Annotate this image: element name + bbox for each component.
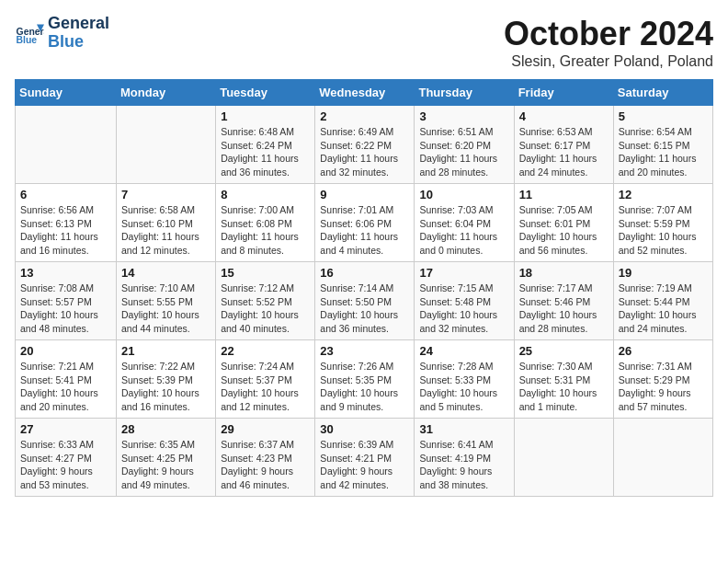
day-info: Sunrise: 7:15 AM Sunset: 5:48 PM Dayligh… (419, 282, 508, 336)
day-info: Sunrise: 7:05 AM Sunset: 6:01 PM Dayligh… (519, 203, 609, 258)
day-info: Sunrise: 7:31 AM Sunset: 5:29 PM Dayligh… (619, 360, 708, 414)
day-number: 31 (419, 422, 508, 436)
calendar-cell: 20Sunrise: 7:21 AM Sunset: 5:41 PM Dayli… (16, 340, 117, 419)
day-info: Sunrise: 6:33 AM Sunset: 4:27 PM Dayligh… (20, 438, 111, 492)
calendar-cell: 7Sunrise: 6:58 AM Sunset: 6:10 PM Daylig… (117, 184, 216, 262)
calendar-cell: 5Sunrise: 6:54 AM Sunset: 6:15 PM Daylig… (613, 106, 712, 184)
day-number: 24 (419, 344, 508, 358)
title-block: October 2024 Slesin, Greater Poland, Pol… (504, 15, 713, 70)
day-number: 21 (121, 344, 210, 358)
calendar-cell: 22Sunrise: 7:24 AM Sunset: 5:37 PM Dayli… (216, 340, 315, 419)
calendar-cell: 2Sunrise: 6:49 AM Sunset: 6:22 PM Daylig… (315, 106, 415, 184)
day-number: 22 (221, 344, 310, 358)
day-info: Sunrise: 6:39 AM Sunset: 4:21 PM Dayligh… (320, 438, 409, 492)
header-cell-tuesday: Tuesday (216, 80, 315, 106)
header-cell-friday: Friday (514, 80, 613, 106)
calendar-cell: 3Sunrise: 6:51 AM Sunset: 6:20 PM Daylig… (415, 106, 514, 184)
day-info: Sunrise: 6:56 AM Sunset: 6:13 PM Dayligh… (20, 203, 111, 258)
calendar-cell: 26Sunrise: 7:31 AM Sunset: 5:29 PM Dayli… (613, 340, 712, 419)
day-info: Sunrise: 6:54 AM Sunset: 6:15 PM Dayligh… (619, 125, 708, 179)
calendar-cell: 30Sunrise: 6:39 AM Sunset: 4:21 PM Dayli… (315, 419, 415, 497)
calendar-cell: 8Sunrise: 7:00 AM Sunset: 6:08 PM Daylig… (216, 184, 315, 262)
day-info: Sunrise: 7:24 AM Sunset: 5:37 PM Dayligh… (221, 360, 310, 414)
calendar-cell (613, 419, 712, 497)
header-cell-saturday: Saturday (613, 80, 712, 106)
day-number: 4 (519, 109, 609, 123)
day-info: Sunrise: 7:10 AM Sunset: 5:55 PM Dayligh… (121, 282, 210, 336)
day-info: Sunrise: 7:14 AM Sunset: 5:50 PM Dayligh… (320, 282, 409, 336)
day-number: 8 (221, 188, 310, 201)
calendar-week-3: 13Sunrise: 7:08 AM Sunset: 5:57 PM Dayli… (16, 262, 713, 340)
calendar-cell: 4Sunrise: 6:53 AM Sunset: 6:17 PM Daylig… (514, 106, 613, 184)
day-info: Sunrise: 7:01 AM Sunset: 6:06 PM Dayligh… (320, 203, 409, 258)
calendar-cell: 12Sunrise: 7:07 AM Sunset: 5:59 PM Dayli… (613, 184, 712, 262)
day-info: Sunrise: 6:35 AM Sunset: 4:25 PM Dayligh… (121, 438, 210, 492)
calendar-cell: 28Sunrise: 6:35 AM Sunset: 4:25 PM Dayli… (117, 419, 216, 497)
day-number: 15 (221, 266, 310, 280)
calendar-cell: 31Sunrise: 6:41 AM Sunset: 4:19 PM Dayli… (415, 419, 514, 497)
day-number: 29 (221, 422, 310, 436)
day-number: 30 (320, 422, 409, 436)
calendar-week-5: 27Sunrise: 6:33 AM Sunset: 4:27 PM Dayli… (16, 419, 713, 497)
calendar-cell: 15Sunrise: 7:12 AM Sunset: 5:52 PM Dayli… (216, 262, 315, 340)
day-number: 7 (121, 188, 210, 201)
day-number: 10 (419, 188, 508, 201)
day-info: Sunrise: 7:30 AM Sunset: 5:31 PM Dayligh… (519, 360, 609, 414)
day-number: 19 (619, 266, 708, 280)
day-info: Sunrise: 7:03 AM Sunset: 6:04 PM Dayligh… (419, 203, 508, 258)
day-number: 9 (320, 188, 409, 201)
day-info: Sunrise: 7:28 AM Sunset: 5:33 PM Dayligh… (419, 360, 508, 414)
calendar-week-1: 1Sunrise: 6:48 AM Sunset: 6:24 PM Daylig… (16, 106, 713, 184)
calendar-cell (117, 106, 216, 184)
page-header: General Blue General Blue October 2024 S… (15, 15, 713, 70)
calendar-cell: 1Sunrise: 6:48 AM Sunset: 6:24 PM Daylig… (216, 106, 315, 184)
calendar-cell: 6Sunrise: 6:56 AM Sunset: 6:13 PM Daylig… (16, 184, 117, 262)
day-number: 18 (519, 266, 609, 280)
month-title: October 2024 (504, 15, 713, 53)
calendar-header-row: SundayMondayTuesdayWednesdayThursdayFrid… (16, 80, 713, 106)
day-number: 27 (20, 422, 111, 436)
day-number: 20 (20, 344, 111, 358)
day-info: Sunrise: 6:41 AM Sunset: 4:19 PM Dayligh… (419, 438, 508, 492)
day-info: Sunrise: 7:12 AM Sunset: 5:52 PM Dayligh… (221, 282, 310, 336)
calendar-cell: 19Sunrise: 7:19 AM Sunset: 5:44 PM Dayli… (613, 262, 712, 340)
calendar-cell (16, 106, 117, 184)
day-number: 16 (320, 266, 409, 280)
day-info: Sunrise: 7:19 AM Sunset: 5:44 PM Dayligh… (619, 282, 708, 336)
day-info: Sunrise: 7:07 AM Sunset: 5:59 PM Dayligh… (619, 203, 708, 258)
day-number: 14 (121, 266, 210, 280)
calendar-body: 1Sunrise: 6:48 AM Sunset: 6:24 PM Daylig… (16, 106, 713, 497)
day-info: Sunrise: 6:58 AM Sunset: 6:10 PM Dayligh… (121, 203, 210, 258)
calendar-cell: 11Sunrise: 7:05 AM Sunset: 6:01 PM Dayli… (514, 184, 613, 262)
day-number: 23 (320, 344, 409, 358)
day-info: Sunrise: 7:00 AM Sunset: 6:08 PM Dayligh… (221, 203, 310, 258)
day-number: 1 (221, 109, 310, 123)
day-info: Sunrise: 6:49 AM Sunset: 6:22 PM Dayligh… (320, 125, 409, 179)
calendar-table: SundayMondayTuesdayWednesdayThursdayFrid… (15, 79, 713, 497)
calendar-cell: 14Sunrise: 7:10 AM Sunset: 5:55 PM Dayli… (117, 262, 216, 340)
calendar-cell: 17Sunrise: 7:15 AM Sunset: 5:48 PM Dayli… (415, 262, 514, 340)
day-info: Sunrise: 7:21 AM Sunset: 5:41 PM Dayligh… (20, 360, 111, 414)
day-number: 13 (20, 266, 111, 280)
day-info: Sunrise: 7:17 AM Sunset: 5:46 PM Dayligh… (519, 282, 609, 336)
day-number: 17 (419, 266, 508, 280)
calendar-cell: 25Sunrise: 7:30 AM Sunset: 5:31 PM Dayli… (514, 340, 613, 419)
day-number: 28 (121, 422, 210, 436)
calendar-cell: 16Sunrise: 7:14 AM Sunset: 5:50 PM Dayli… (315, 262, 415, 340)
svg-text:Blue: Blue (17, 35, 38, 45)
header-cell-wednesday: Wednesday (315, 80, 415, 106)
day-info: Sunrise: 6:51 AM Sunset: 6:20 PM Dayligh… (419, 125, 508, 179)
day-info: Sunrise: 7:26 AM Sunset: 5:35 PM Dayligh… (320, 360, 409, 414)
day-info: Sunrise: 6:48 AM Sunset: 6:24 PM Dayligh… (221, 125, 310, 179)
logo-text-line1: General (48, 15, 109, 33)
logo-icon: General Blue (15, 18, 44, 48)
day-number: 5 (619, 109, 708, 123)
day-number: 25 (519, 344, 609, 358)
day-info: Sunrise: 7:22 AM Sunset: 5:39 PM Dayligh… (121, 360, 210, 414)
calendar-cell: 10Sunrise: 7:03 AM Sunset: 6:04 PM Dayli… (415, 184, 514, 262)
day-info: Sunrise: 6:37 AM Sunset: 4:23 PM Dayligh… (221, 438, 310, 492)
calendar-cell: 23Sunrise: 7:26 AM Sunset: 5:35 PM Dayli… (315, 340, 415, 419)
logo: General Blue General Blue (15, 15, 109, 52)
header-cell-thursday: Thursday (415, 80, 514, 106)
calendar-cell: 21Sunrise: 7:22 AM Sunset: 5:39 PM Dayli… (117, 340, 216, 419)
